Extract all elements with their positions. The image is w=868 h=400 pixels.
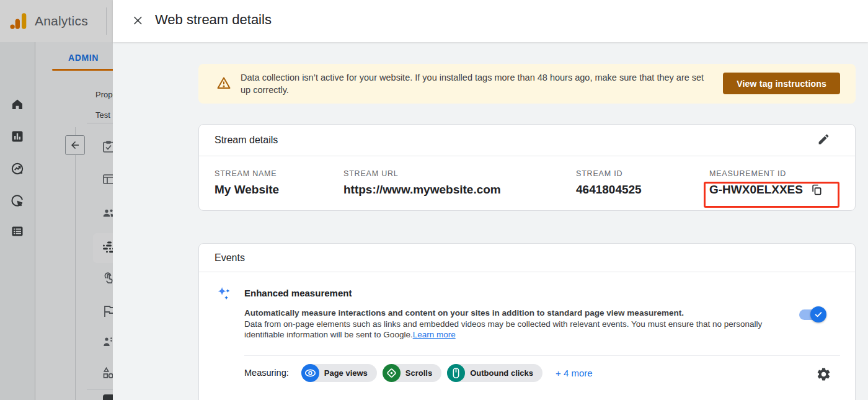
edit-pencil-icon[interactable] — [817, 133, 830, 146]
field-stream-name: STREAM NAME My Website — [215, 169, 279, 197]
warning-message: Data collection isn’t active for your we… — [241, 71, 709, 96]
card-title: Stream details — [215, 135, 278, 146]
toggle-knob-check-icon — [810, 306, 826, 322]
field-label: STREAM URL — [343, 169, 501, 178]
learn-more-link[interactable]: Learn more — [413, 330, 456, 339]
events-card: Events Enhanced measurement Automaticall… — [198, 243, 856, 400]
enhanced-measurement-toggle[interactable] — [799, 308, 826, 321]
field-value: My Website — [215, 183, 279, 197]
mouse-icon — [447, 364, 465, 382]
web-stream-details-panel: Web stream details Data collection isn’t… — [113, 0, 868, 400]
divider — [199, 272, 855, 272]
modal-scrim — [0, 0, 113, 400]
chip-page-views: Page views — [301, 364, 377, 382]
field-label: STREAM ID — [576, 169, 642, 178]
measuring-row: Measuring: Page views — [244, 363, 593, 383]
warning-triangle-icon — [216, 76, 231, 91]
field-value: https://www.mywebsite.com — [343, 183, 501, 197]
view-tag-instructions-button[interactable]: View tag instructions — [723, 73, 840, 94]
field-stream-id: STREAM ID 4641804525 — [576, 169, 642, 197]
measuring-label: Measuring: — [244, 368, 289, 378]
eye-icon — [301, 364, 319, 382]
divider — [244, 355, 840, 356]
panel-body: Data collection isn’t active for your we… — [113, 42, 868, 400]
panel-header: Web stream details — [113, 0, 868, 42]
card-title: Events — [215, 252, 245, 264]
copy-icon[interactable] — [810, 184, 823, 196]
field-measurement-id: MEASUREMENT ID G-HWX0ELXXES — [709, 169, 823, 197]
enhanced-measurement-title: Enhanced measurement — [244, 288, 352, 298]
gear-icon[interactable] — [816, 367, 831, 382]
chip-outbound-clicks: Outbound clicks — [447, 364, 542, 382]
page-title: Web stream details — [155, 12, 272, 28]
screen: Analytics — [0, 0, 868, 400]
field-label: MEASUREMENT ID — [709, 169, 823, 178]
enhanced-measurement-description: Automatically measure interactions and c… — [244, 308, 770, 340]
scroll-icon — [383, 364, 401, 382]
measurement-id-value: G-HWX0ELXXES — [709, 183, 803, 197]
divider — [199, 156, 855, 156]
data-collection-warning-banner: Data collection isn’t active for your we… — [198, 64, 856, 104]
field-label: STREAM NAME — [215, 169, 279, 178]
field-stream-url: STREAM URL https://www.mywebsite.com — [343, 169, 501, 197]
more-events-link[interactable]: + 4 more — [556, 368, 593, 378]
chip-scrolls: Scrolls — [383, 364, 441, 382]
description-bold-line: Automatically measure interactions and c… — [244, 308, 770, 319]
close-icon[interactable] — [130, 13, 146, 29]
description-text: Data from on-page elements such as links… — [244, 319, 762, 340]
field-value: 4641804525 — [576, 183, 642, 197]
stream-details-card: Stream details STREAM NAME My Website ST… — [198, 124, 856, 211]
enhanced-measurement-sparkle-icon — [215, 285, 232, 304]
